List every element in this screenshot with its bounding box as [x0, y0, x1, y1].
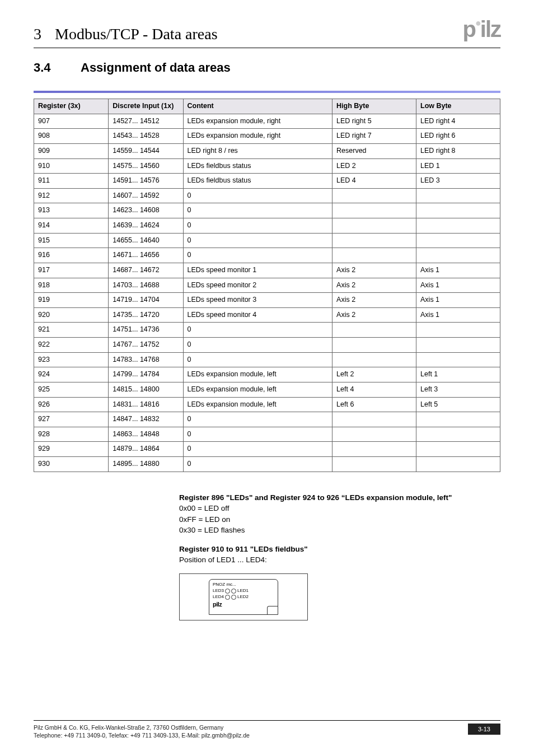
cell-high: Reserved — [332, 143, 416, 158]
cell-high — [332, 218, 416, 234]
th-discrete: Discrete Input (1x) — [109, 99, 183, 114]
label-led3: LED3 — [213, 588, 224, 594]
cell-high — [332, 442, 416, 457]
cell-reg: 912 — [34, 188, 109, 203]
cell-content: 0 — [183, 457, 332, 472]
cell-high — [332, 203, 416, 218]
cell-content: 0 — [183, 218, 332, 234]
cell-content: 0 — [183, 323, 332, 338]
data-areas-table: Register (3x) Discrete Input (1x) Conten… — [34, 99, 500, 472]
cell-low — [416, 352, 500, 367]
cell-reg: 907 — [34, 114, 109, 129]
cell-reg: 917 — [34, 263, 109, 278]
cell-di: 14831... 14816 — [109, 397, 183, 412]
cell-di: 14767... 14752 — [109, 338, 183, 353]
cell-high: Left 4 — [332, 382, 416, 397]
label-led1: LED1 — [237, 588, 249, 594]
led4-icon — [225, 595, 230, 600]
cell-content: LEDs fieldbus status — [183, 174, 332, 189]
cell-high: LED right 7 — [332, 129, 416, 144]
cell-di: 14815... 14800 — [109, 382, 183, 397]
cell-di: 14703... 14688 — [109, 278, 183, 293]
cell-reg: 908 — [34, 129, 109, 144]
cell-high: Axis 2 — [332, 293, 416, 308]
page-number-badge: 3-13 — [468, 724, 500, 735]
cell-content: 0 — [183, 442, 332, 457]
table-row: 92114751... 147360 — [34, 323, 500, 338]
cell-content: 0 — [183, 352, 332, 367]
plate-brand: pilz — [213, 601, 274, 609]
cell-content: LEDs expansion module, left — [183, 397, 332, 412]
cell-high: LED 2 — [332, 158, 416, 174]
cell-di: 14783... 14768 — [109, 352, 183, 367]
cell-content: LED right 8 / res — [183, 143, 332, 158]
body-heading-2: Register 910 to 911 "LEDs fieldbus" — [179, 544, 500, 555]
brand-logo: p●ilz — [462, 20, 500, 38]
cell-content: 0 — [183, 412, 332, 427]
table-row: 92314783... 147680 — [34, 352, 500, 367]
plate-row-1: LED3 LED1 — [213, 588, 274, 594]
cell-di: 14527... 14512 — [109, 114, 183, 129]
cell-low: LED right 6 — [416, 129, 500, 144]
page-header: 3 Modbus/TCP - Data areas p●ilz — [34, 22, 500, 48]
cell-low — [416, 412, 500, 427]
cell-content: LEDs fieldbus status — [183, 158, 332, 174]
cell-high — [332, 457, 416, 472]
table-row: 91614671... 146560 — [34, 248, 500, 263]
cell-high — [332, 338, 416, 353]
cell-reg: 915 — [34, 233, 109, 248]
led-diagram: PNOZ mc... LED3 LED1 LED4 LED2 pilz — [179, 573, 308, 620]
cell-reg: 921 — [34, 323, 109, 338]
cell-high — [332, 352, 416, 367]
cell-di: 14687... 14672 — [109, 263, 183, 278]
cell-low: LED right 8 — [416, 143, 500, 158]
body-heading-1: Register 896 "LEDs" and Register 924 to … — [179, 492, 500, 503]
table-row: 91714687... 14672LEDs speed monitor 1Axi… — [34, 263, 500, 278]
cell-content: LEDs speed monitor 4 — [183, 307, 332, 323]
body-line-2: 0xFF = LED on — [179, 514, 500, 525]
th-content: Content — [183, 99, 332, 114]
cell-low — [416, 457, 500, 472]
cell-low: Axis 1 — [416, 278, 500, 293]
cell-di: 14847... 14832 — [109, 412, 183, 427]
cell-content: LEDs expansion module, left — [183, 382, 332, 397]
cell-low — [416, 233, 500, 248]
chapter-title: Modbus/TCP - Data areas — [55, 25, 462, 43]
cell-reg: 922 — [34, 338, 109, 353]
body-line-3: 0x30 = LED flashes — [179, 525, 500, 536]
table-row: 90914559... 14544LED right 8 / resReserv… — [34, 143, 500, 158]
footer-line-1: Pilz GmbH & Co. KG, Felix-Wankel-Straße … — [34, 724, 250, 731]
cell-content: 0 — [183, 338, 332, 353]
cell-low — [416, 323, 500, 338]
cell-reg: 909 — [34, 143, 109, 158]
cell-low: Left 1 — [416, 367, 500, 382]
cell-content: LEDs expansion module, right — [183, 114, 332, 129]
cell-high — [332, 412, 416, 427]
footer-text: Pilz GmbH & Co. KG, Felix-Wankel-Straße … — [34, 724, 250, 739]
th-low: Low Byte — [416, 99, 500, 114]
cell-reg: 920 — [34, 307, 109, 323]
cell-high — [332, 323, 416, 338]
cell-high — [332, 233, 416, 248]
label-led4: LED4 — [213, 594, 224, 600]
cell-content: LEDs speed monitor 3 — [183, 293, 332, 308]
cell-low: Left 5 — [416, 397, 500, 412]
cell-low: Left 3 — [416, 382, 500, 397]
cell-reg: 924 — [34, 367, 109, 382]
cell-reg: 916 — [34, 248, 109, 263]
table-row: 91414639... 146240 — [34, 218, 500, 234]
cell-high: Left 6 — [332, 397, 416, 412]
section-number: 3.4 — [34, 60, 81, 75]
table-row: 90814543... 14528LEDs expansion module, … — [34, 129, 500, 144]
cell-reg: 928 — [34, 427, 109, 442]
section-heading: 3.4 Assignment of data areas — [34, 60, 500, 75]
cell-reg: 925 — [34, 382, 109, 397]
cell-reg: 913 — [34, 203, 109, 218]
cell-content: 0 — [183, 233, 332, 248]
cell-content: LEDs speed monitor 1 — [183, 263, 332, 278]
cell-reg: 930 — [34, 457, 109, 472]
table-row: 91314623... 146080 — [34, 203, 500, 218]
cell-di: 14671... 14656 — [109, 248, 183, 263]
cell-reg: 926 — [34, 397, 109, 412]
cell-content: 0 — [183, 203, 332, 218]
